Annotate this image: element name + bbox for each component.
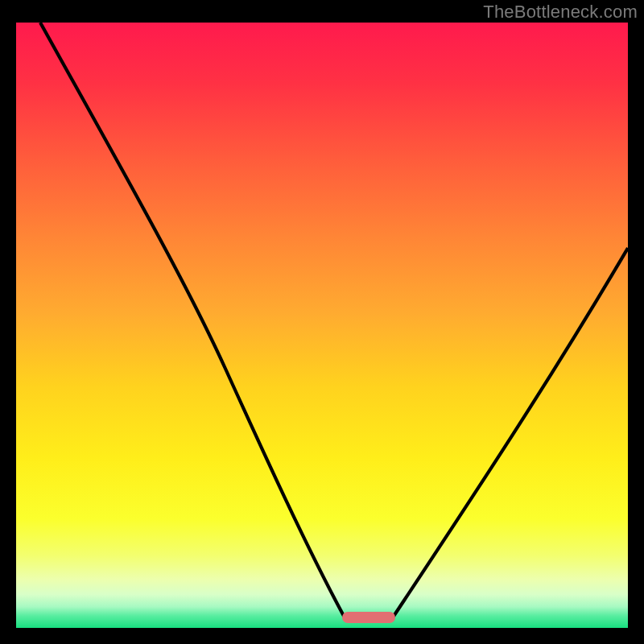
chart-container: TheBottleneck.com bbox=[0, 0, 644, 644]
watermark-text: TheBottleneck.com bbox=[483, 2, 638, 23]
optimal-range-marker bbox=[342, 612, 395, 623]
left-curve bbox=[40, 23, 345, 617]
bottleneck-curves bbox=[16, 23, 628, 628]
plot-area bbox=[16, 23, 628, 628]
right-curve bbox=[393, 248, 628, 617]
